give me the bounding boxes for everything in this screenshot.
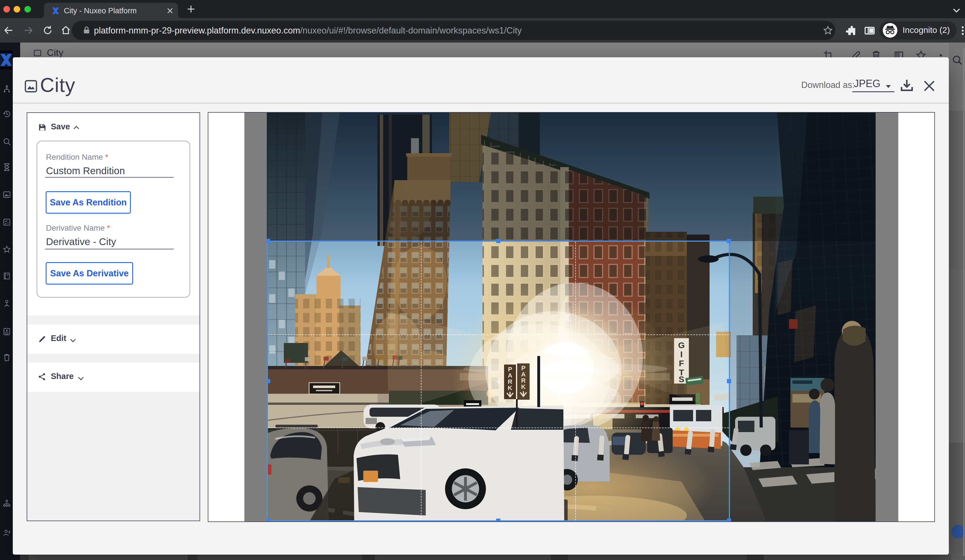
svg-text:K: K [521, 383, 526, 390]
svg-text:K: K [508, 384, 512, 392]
